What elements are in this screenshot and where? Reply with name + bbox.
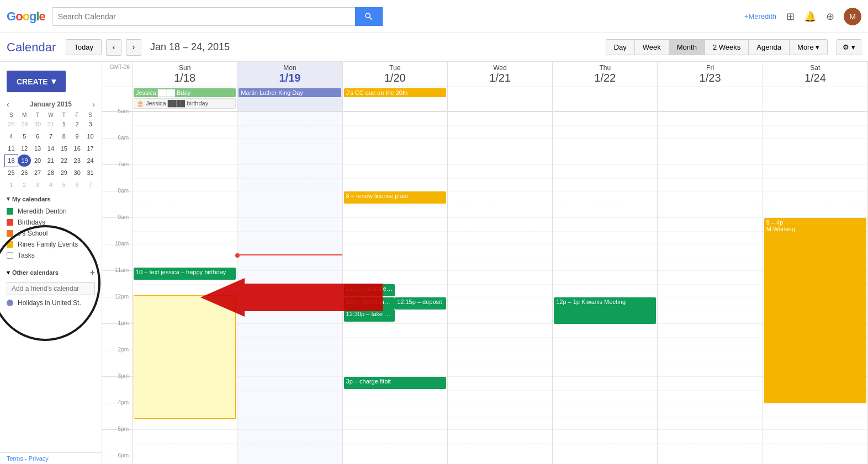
view-more[interactable]: More ▾ [790,39,828,55]
other-cal-expand[interactable]: ▾ [7,269,10,276]
mini-cal-next[interactable]: › [90,99,97,110]
mini-day[interactable]: 1 [5,179,18,191]
mini-day[interactable]: 31 [44,118,57,130]
cal-name-jschool: J's School [18,230,47,237]
mini-day[interactable]: 2 [18,179,31,191]
mini-day[interactable]: 13 [31,142,44,154]
mini-day[interactable]: 10 [84,130,97,142]
cal-holidays[interactable]: Holidays in United St. [0,297,102,308]
day-col-wed: 5p – 6p M @ crossfit 5p – Discussion 5:3… [448,112,553,464]
mini-day[interactable]: 24 [84,154,97,167]
mini-day[interactable]: 18 [5,154,18,167]
mini-day[interactable]: 4 [5,130,18,142]
event-m-working[interactable]: 9 – 4pM Working [764,218,866,403]
event-text-jessica[interactable]: 10 – text jessica – happy birthday [134,268,236,280]
mini-day[interactable]: 15 [57,142,71,154]
cal-meredith[interactable]: Meredith Denton [7,206,95,217]
mini-day[interactable]: 8 [57,130,71,142]
mini-day[interactable]: 31 [84,167,97,179]
allday-event[interactable]: 🎂 Jessica ████ birthday [134,98,236,109]
view-month[interactable]: Month [669,39,705,55]
mini-day[interactable]: 26 [18,167,31,179]
mini-day[interactable]: 3 [31,179,44,191]
mini-cal-prev[interactable]: ‹ [4,99,12,110]
create-button[interactable]: CREATE ▾ [7,71,66,92]
search-button[interactable] [355,7,383,26]
other-cal-add-button[interactable]: + [90,268,95,278]
hour-cell [658,297,762,324]
cal-rines[interactable]: Rines Family Events [7,239,95,250]
mini-day[interactable]: 29 [57,167,71,179]
event-kiwanis[interactable]: 12p – 1p Kiwanis Meeting [554,297,656,324]
event-license-plate[interactable]: 8 – renew license plate [344,191,446,204]
view-2weeks[interactable]: 2 Weeks [705,39,749,55]
privacy-link[interactable]: Privacy [29,455,49,462]
mini-day[interactable]: 7 [84,179,97,191]
allday-event-cc[interactable]: J's CC due on the 20th [344,88,446,97]
mini-day[interactable]: 6 [31,130,44,142]
mini-cal-table: S M T W T F S 28 29 30 31 1 [4,112,97,191]
event-take-money[interactable]: 12:30p – take money out of [344,310,395,322]
mini-day[interactable]: 27 [31,167,44,179]
event-sun-block[interactable] [134,295,236,419]
mini-cal-th-f: F [71,112,84,118]
today-button[interactable]: Today [66,39,102,55]
mini-day[interactable]: 25 [5,167,18,179]
plus-icon[interactable]: ⊕ [824,10,836,23]
mini-day[interactable]: 29 [18,118,31,130]
mini-day[interactable]: 1 [57,118,71,130]
view-agenda[interactable]: Agenda [749,39,790,55]
mini-day[interactable]: 2 [71,118,84,130]
section-expand-icon[interactable]: ▾ [7,195,10,202]
add-friend-input[interactable] [7,282,95,295]
search-input[interactable] [52,12,355,21]
hour-cell [448,377,552,403]
allday-event-mlk[interactable]: Martin Luther King Day [239,88,341,97]
mini-day[interactable]: 14 [44,142,57,154]
cal-birthdays[interactable]: Birthdays [7,217,95,228]
view-day[interactable]: Day [606,39,635,55]
mini-day[interactable]: 5 [57,179,71,191]
user-name[interactable]: +Meredith [744,12,776,20]
mini-day[interactable]: 21 [44,154,57,167]
avatar[interactable]: M [844,8,861,25]
settings-button[interactable]: ⚙ ▾ [837,39,861,55]
mini-day[interactable]: 28 [44,167,57,179]
google-logo: Google [7,9,45,24]
prev-button[interactable]: ‹ [106,39,121,56]
mini-day[interactable]: 22 [57,154,71,167]
grid-icon[interactable]: ⊞ [784,10,796,23]
mini-day[interactable]: 6 [71,179,84,191]
mini-day[interactable]: 7 [44,130,57,142]
mini-day[interactable]: 12 [18,142,31,154]
event-charge-fitbit[interactable]: 3p – charge fitbit [344,377,446,389]
bell-icon[interactable]: 🔔 [804,10,816,23]
mini-day[interactable]: 30 [71,167,84,179]
view-week[interactable]: Week [635,39,669,55]
mini-day[interactable]: 17 [84,142,97,154]
mini-day[interactable]: 3 [84,118,97,130]
mini-day[interactable]: 20 [31,154,44,167]
event-deposit[interactable]: 12:15p – deposit [395,297,446,310]
next-button[interactable]: › [126,39,141,56]
mini-day[interactable]: 16 [71,142,84,154]
mini-day-today[interactable]: 19 [18,154,31,167]
cal-jschool[interactable]: J's School [7,228,95,239]
terms-link[interactable]: Terms [7,455,23,462]
mini-day[interactable]: 11 [5,142,18,154]
cal-tasks[interactable]: Tasks [7,250,95,261]
mini-day[interactable]: 9 [71,130,84,142]
hour-cell [343,218,447,244]
mini-day[interactable]: 5 [18,130,31,142]
hour-cell [658,112,762,138]
event-transfer-money[interactable]: 11:30 – transfer money into savir [344,284,395,296]
event-get-honda[interactable]: 12p – get Honda inspected [344,297,395,310]
allday-event[interactable]: Jessica ████ Bday [134,88,236,97]
hour-cell [237,191,342,218]
day-header-fri: Fri 1/23 [658,62,763,87]
mini-day[interactable]: 23 [71,154,84,167]
mini-day[interactable]: 30 [31,118,44,130]
date-range: Jan 18 – 24, 2015 [150,41,230,53]
mini-day[interactable]: 4 [44,179,57,191]
mini-day[interactable]: 28 [5,118,18,130]
